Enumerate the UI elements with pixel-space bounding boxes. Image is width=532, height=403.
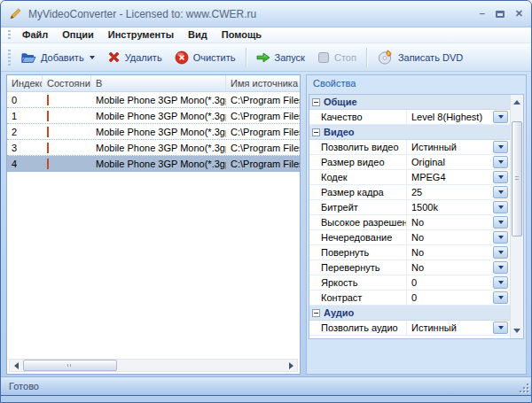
toolbar-separator [246,48,246,67]
dropdown-caret-icon [498,296,504,299]
property-category-Общие[interactable]: Общие [309,95,510,110]
cell-source-path: C:\Program Files\ [226,127,300,137]
vertical-scrollbar-thumb[interactable] [512,121,522,236]
window-controls: – ✕ [480,9,523,19]
property-row: ПовернутьNo [309,245,510,260]
property-dropdown-button[interactable] [493,216,508,229]
cell-index: 3 [7,143,43,153]
scroll-right-arrow-icon[interactable] [285,360,297,371]
property-category-Аудио[interactable]: Аудио [309,306,510,321]
table-row[interactable]: 0Mobile Phone 3GP Mono(*.3gp)C:\Program … [7,92,300,108]
maximize-icon[interactable] [496,11,505,18]
status-queued-icon [47,111,49,121]
toolbar-grip-handle[interactable] [8,50,11,66]
dvd-disc-icon [377,50,394,65]
property-label: Перевернуть [309,260,407,275]
table-row[interactable]: 4Mobile Phone 3GP Mono(*.3gp)C:\Program … [7,156,300,172]
folder-open-icon [21,51,36,64]
stop-button[interactable]: Стоп [311,48,363,67]
column-header-В[interactable]: В [91,75,226,91]
menubar-grip-handle[interactable] [8,30,11,41]
menu-item-options[interactable]: Опции [55,27,101,43]
property-value: 25 [407,187,492,198]
delete-button[interactable]: Удалить [101,47,168,67]
menu-item-tools[interactable]: Инструменты [101,27,181,43]
close-icon[interactable]: ✕ [515,9,523,19]
menu-item-help[interactable]: Помощь [215,27,269,43]
main-area: ИндексСостояниеВИмя источника 0Mobile Ph… [1,72,531,376]
collapse-minus-icon[interactable] [312,309,320,317]
burn-dvd-button[interactable]: Записать DVD [371,46,469,68]
collapse-minus-icon[interactable] [312,128,320,136]
property-dropdown-button[interactable] [493,171,508,183]
property-value: Истинный [407,322,492,333]
menu-item-file[interactable]: Файл [15,27,55,43]
horizontal-scrollbar[interactable] [9,359,298,372]
minimize-icon[interactable]: – [480,9,485,19]
property-dropdown-button[interactable] [493,156,508,168]
clear-button[interactable]: Очистить [168,47,242,68]
scroll-down-arrow-icon[interactable] [511,324,523,337]
start-button[interactable]: Запуск [250,48,311,67]
property-dropdown-button[interactable] [493,186,508,198]
property-value: Истинный [407,142,492,152]
dropdown-caret-icon [498,221,504,224]
property-value: MPEG4 [407,172,492,182]
table-header: ИндексСостояниеВИмя источника [7,75,300,92]
property-dropdown-button[interactable] [493,261,508,274]
dropdown-caret-icon [498,266,504,269]
property-dropdown-button[interactable] [493,231,508,244]
cell-index: 2 [7,127,43,137]
property-label: Позволить видео [309,140,407,154]
property-label: Нечередование [309,230,407,244]
menu-item-view[interactable]: Вид [181,27,215,43]
resize-grip-handle[interactable] [519,383,528,392]
conversion-queue-panel: ИндексСостояниеВИмя источника 0Mobile Ph… [6,74,301,375]
dropdown-caret-icon [90,56,95,59]
table-row[interactable]: 3Mobile Phone 3GP Mono(*.3gp)C:\Program … [7,140,300,156]
scroll-left-arrow-icon[interactable] [10,360,22,371]
property-row: Высокое разрешениеNo [309,215,510,230]
property-label: Позволить аудио [309,321,407,335]
horizontal-scrollbar-thumb[interactable] [23,360,117,371]
status-text: Готово [9,381,39,391]
scroll-up-arrow-icon[interactable] [511,96,523,109]
dropdown-caret-icon [498,190,504,194]
property-row: Битрейт1500k [309,200,510,215]
property-label: Контраст [309,291,407,305]
column-header-Имя источника[interactable]: Имя источника [226,75,300,91]
cell-target-format: Mobile Phone 3GP Mono(*.3gp) [91,111,226,121]
pencil-icon [9,7,22,20]
collapse-minus-icon[interactable] [312,98,320,106]
dropdown-caret-icon [498,175,504,179]
property-dropdown-button[interactable] [493,201,508,213]
property-dropdown-button[interactable] [493,246,508,259]
property-dropdown-button[interactable] [493,111,508,123]
table-row[interactable]: 2Mobile Phone 3GP Mono(*.3gp)C:\Program … [7,124,300,140]
column-header-Индекс[interactable]: Индекс [7,75,43,91]
title-bar: MyVideoConverter - Licensed to: www.CWER… [1,1,531,27]
property-label: Яркость [309,275,407,290]
property-category-Видео[interactable]: Видео [309,125,510,140]
start-button-label: Запуск [275,52,305,63]
dropdown-caret-icon [498,115,504,119]
property-dropdown-button[interactable] [493,322,508,334]
property-row: КачествоLevel 8(Highest) [309,110,510,125]
red-cross-icon [107,50,121,64]
add-button[interactable]: Добавить [15,48,101,67]
vertical-scrollbar[interactable] [510,95,523,338]
property-dropdown-button[interactable] [493,141,508,153]
status-queued-icon [47,127,49,137]
table-row[interactable]: 1Mobile Phone 3GP Mono(*.3gp)C:\Program … [7,108,300,124]
property-value: 0 [407,292,492,303]
menu-bar: ФайлОпцииИнструментыВидПомощь [1,27,531,43]
window-title: MyVideoConverter - Licensed to: www.CWER… [28,8,256,20]
cell-source-path: C:\Program Files\ [226,143,300,153]
property-dropdown-button[interactable] [493,291,508,304]
dropdown-caret-icon [498,326,504,329]
clear-button-label: Очистить [193,52,236,63]
toolbar: ДобавитьУдалитьОчиститьЗапускСтопЗаписат… [1,43,531,72]
property-dropdown-button[interactable] [493,276,508,289]
category-title: Общие [324,97,357,107]
column-header-Состояние[interactable]: Состояние [43,75,91,91]
